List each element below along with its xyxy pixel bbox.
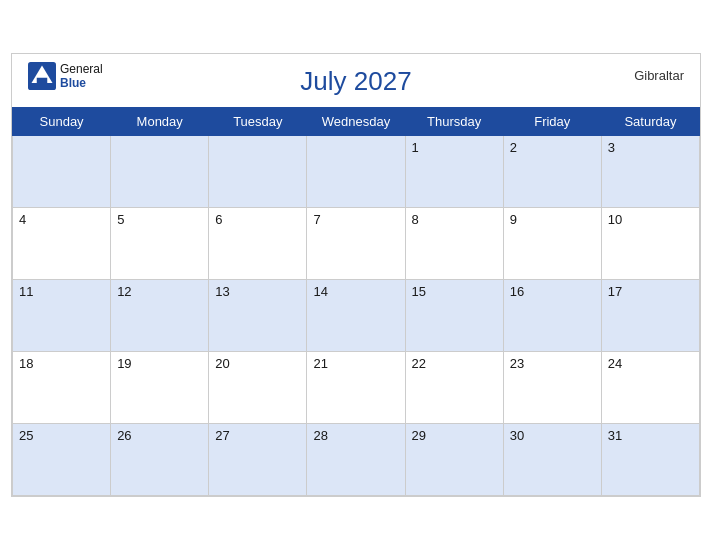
day-number: 9 <box>510 212 517 227</box>
day-number: 20 <box>215 356 229 371</box>
logo-area: General Blue <box>28 62 103 91</box>
logo-icon <box>28 62 56 90</box>
calendar-day: 28 <box>307 424 405 496</box>
calendar-day: 22 <box>405 352 503 424</box>
calendar-day: 4 <box>13 208 111 280</box>
calendar-day <box>209 136 307 208</box>
calendar-day: 25 <box>13 424 111 496</box>
calendar-day: 27 <box>209 424 307 496</box>
calendar-day: 15 <box>405 280 503 352</box>
calendar-day: 2 <box>503 136 601 208</box>
weekday-header-saturday: Saturday <box>601 108 699 136</box>
day-number: 18 <box>19 356 33 371</box>
calendar-day: 13 <box>209 280 307 352</box>
weekday-header-sunday: Sunday <box>13 108 111 136</box>
calendar-day: 12 <box>111 280 209 352</box>
calendar-header: General Blue July 2027 Gibraltar <box>12 54 700 101</box>
day-number: 25 <box>19 428 33 443</box>
day-number: 21 <box>313 356 327 371</box>
calendar-week-2: 45678910 <box>13 208 700 280</box>
calendar-week-1: 123 <box>13 136 700 208</box>
calendar-week-5: 25262728293031 <box>13 424 700 496</box>
region-label: Gibraltar <box>634 68 684 83</box>
calendar-day: 5 <box>111 208 209 280</box>
day-number: 13 <box>215 284 229 299</box>
calendar-day: 21 <box>307 352 405 424</box>
calendar-day: 14 <box>307 280 405 352</box>
calendar-title: July 2027 <box>300 66 411 97</box>
calendar-day: 31 <box>601 424 699 496</box>
calendar-day <box>307 136 405 208</box>
day-number: 8 <box>412 212 419 227</box>
calendar-day: 26 <box>111 424 209 496</box>
day-number: 30 <box>510 428 524 443</box>
calendar-week-4: 18192021222324 <box>13 352 700 424</box>
day-number: 16 <box>510 284 524 299</box>
day-number: 15 <box>412 284 426 299</box>
calendar-day: 9 <box>503 208 601 280</box>
day-number: 3 <box>608 140 615 155</box>
day-number: 27 <box>215 428 229 443</box>
day-number: 1 <box>412 140 419 155</box>
calendar-day: 1 <box>405 136 503 208</box>
day-number: 23 <box>510 356 524 371</box>
day-number: 26 <box>117 428 131 443</box>
calendar-day: 24 <box>601 352 699 424</box>
calendar-table: SundayMondayTuesdayWednesdayThursdayFrid… <box>12 107 700 496</box>
svg-rect-2 <box>37 78 48 83</box>
weekday-header-wednesday: Wednesday <box>307 108 405 136</box>
calendar-day: 17 <box>601 280 699 352</box>
calendar-day: 3 <box>601 136 699 208</box>
day-number: 6 <box>215 212 222 227</box>
weekday-header-thursday: Thursday <box>405 108 503 136</box>
calendar-day: 7 <box>307 208 405 280</box>
day-number: 14 <box>313 284 327 299</box>
calendar-day: 18 <box>13 352 111 424</box>
day-number: 24 <box>608 356 622 371</box>
weekday-header-friday: Friday <box>503 108 601 136</box>
calendar-day: 29 <box>405 424 503 496</box>
calendar-day: 8 <box>405 208 503 280</box>
day-number: 7 <box>313 212 320 227</box>
calendar-day <box>111 136 209 208</box>
day-number: 11 <box>19 284 33 299</box>
calendar-day: 23 <box>503 352 601 424</box>
day-number: 22 <box>412 356 426 371</box>
weekday-header-monday: Monday <box>111 108 209 136</box>
calendar-day: 10 <box>601 208 699 280</box>
calendar-container: General Blue July 2027 Gibraltar SundayM… <box>11 53 701 497</box>
calendar-day: 16 <box>503 280 601 352</box>
logo-text: General Blue <box>60 62 103 91</box>
day-number: 19 <box>117 356 131 371</box>
day-number: 31 <box>608 428 622 443</box>
weekday-header-tuesday: Tuesday <box>209 108 307 136</box>
day-number: 4 <box>19 212 26 227</box>
calendar-day: 6 <box>209 208 307 280</box>
calendar-day: 20 <box>209 352 307 424</box>
weekday-header-row: SundayMondayTuesdayWednesdayThursdayFrid… <box>13 108 700 136</box>
day-number: 2 <box>510 140 517 155</box>
day-number: 5 <box>117 212 124 227</box>
calendar-week-3: 11121314151617 <box>13 280 700 352</box>
day-number: 28 <box>313 428 327 443</box>
day-number: 12 <box>117 284 131 299</box>
day-number: 29 <box>412 428 426 443</box>
calendar-day: 19 <box>111 352 209 424</box>
calendar-day <box>13 136 111 208</box>
calendar-day: 30 <box>503 424 601 496</box>
day-number: 17 <box>608 284 622 299</box>
calendar-day: 11 <box>13 280 111 352</box>
day-number: 10 <box>608 212 622 227</box>
